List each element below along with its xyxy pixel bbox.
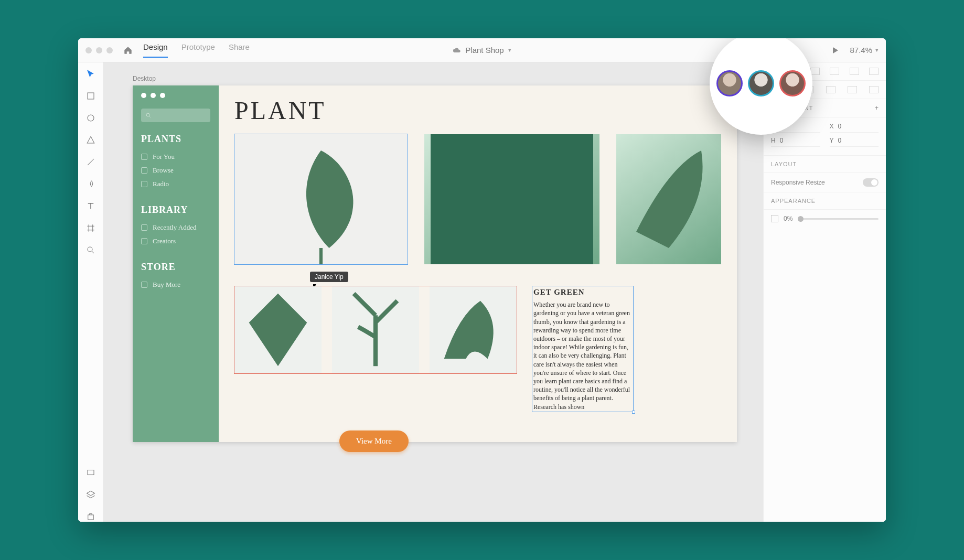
mode-tabs: Design Prototype Share bbox=[143, 42, 250, 58]
text-tool[interactable] bbox=[85, 201, 96, 211]
tab-design[interactable]: Design bbox=[143, 42, 168, 58]
artboard-label[interactable]: Desktop bbox=[133, 75, 763, 82]
artboard-desktop[interactable]: PLANTS For You Browse Radio LIBRARY Rece… bbox=[133, 85, 737, 442]
opacity-checkbox[interactable] bbox=[771, 215, 778, 222]
opacity-slider[interactable] bbox=[798, 218, 879, 220]
chevron-down-icon: ▾ bbox=[508, 47, 511, 53]
view-more-button[interactable]: View More bbox=[339, 430, 409, 452]
svg-rect-4 bbox=[88, 515, 93, 520]
svg-rect-6 bbox=[431, 134, 593, 264]
design-sidebar: PLANTS For You Browse Radio LIBRARY Rece… bbox=[133, 85, 219, 442]
plugins-panel-icon[interactable] bbox=[85, 511, 96, 522]
collaborator-avatar-2[interactable] bbox=[748, 70, 774, 96]
opacity-row[interactable]: 0% bbox=[764, 210, 886, 228]
svg-point-5 bbox=[146, 113, 149, 116]
text-block-heading: GET GREEN bbox=[533, 287, 632, 297]
svg-point-2 bbox=[88, 247, 92, 252]
boolean-subtract-icon[interactable] bbox=[826, 86, 836, 93]
rectangle-tool[interactable] bbox=[85, 91, 96, 101]
search-icon bbox=[145, 112, 152, 119]
sidebar-item: Browse bbox=[141, 164, 210, 177]
appearance-heading: APPEARANCE bbox=[771, 198, 816, 204]
layout-heading: LAYOUT bbox=[771, 161, 797, 167]
document-title-text: Plant Shop bbox=[465, 46, 504, 55]
svg-point-1 bbox=[88, 115, 94, 121]
svg-rect-3 bbox=[88, 470, 94, 475]
opacity-value: 0% bbox=[784, 215, 792, 222]
responsive-resize-toggle[interactable] bbox=[863, 178, 879, 187]
zoom-control[interactable]: 87.4% ▾ bbox=[850, 46, 879, 55]
polygon-tool[interactable] bbox=[85, 135, 96, 145]
ellipse-tool[interactable] bbox=[85, 113, 96, 123]
collaborator-avatar-3[interactable] bbox=[779, 70, 806, 96]
responsive-resize-row[interactable]: Responsive Resize bbox=[764, 173, 886, 192]
cloud-icon bbox=[453, 47, 461, 53]
thumb-image-2[interactable] bbox=[332, 286, 419, 373]
align-middle-icon[interactable] bbox=[850, 68, 859, 75]
design-search-field bbox=[141, 109, 210, 122]
line-tool[interactable] bbox=[85, 157, 96, 167]
thumbnail-group-selected[interactable]: Janice Yip bbox=[234, 286, 517, 373]
svg-rect-0 bbox=[88, 93, 94, 99]
layout-section-header: LAYOUT bbox=[764, 156, 886, 173]
text-block-selected[interactable]: GET GREEN Whether you are brand new to g… bbox=[532, 286, 633, 412]
design-main: PLANT bbox=[219, 85, 737, 442]
hero-image-3[interactable] bbox=[616, 134, 721, 264]
hero-image-2[interactable] bbox=[424, 134, 599, 264]
sidebar-heading-store: STORE bbox=[141, 262, 210, 273]
y-field[interactable]: Y0 bbox=[830, 137, 879, 147]
align-top-icon[interactable] bbox=[830, 68, 839, 75]
responsive-resize-label: Responsive Resize bbox=[771, 179, 825, 186]
artboard-tool[interactable] bbox=[85, 223, 96, 233]
zoom-value: 87.4% bbox=[850, 46, 872, 55]
pen-tool[interactable] bbox=[85, 179, 96, 189]
x-field[interactable]: X0 bbox=[830, 123, 879, 133]
inspector-panel: COMPONENT + W0 X0 H0 Y0 LAYOUT Responsiv… bbox=[763, 62, 886, 522]
sidebar-item: For You bbox=[141, 150, 210, 164]
height-field[interactable]: H0 bbox=[771, 137, 820, 147]
window-controls[interactable] bbox=[85, 47, 113, 53]
boolean-intersect-icon[interactable] bbox=[848, 86, 857, 93]
add-component-icon[interactable]: + bbox=[875, 104, 879, 112]
preview-button[interactable] bbox=[833, 47, 838, 53]
sidebar-item: Recently Added bbox=[141, 221, 210, 234]
app-window: Design Prototype Share Plant Shop ▾ 87.4… bbox=[78, 38, 886, 522]
align-bottom-icon[interactable] bbox=[869, 68, 879, 75]
home-icon[interactable] bbox=[123, 46, 133, 55]
zoom-tool[interactable] bbox=[85, 245, 96, 255]
canvas[interactable]: Desktop PLANTS For You Browse Radio LIBR… bbox=[103, 62, 763, 522]
tool-strip bbox=[78, 62, 103, 522]
sidebar-heading-plants: PLANTS bbox=[141, 134, 210, 145]
hero-image-1[interactable] bbox=[234, 134, 408, 264]
collaborator-cursor-label: Janice Yip bbox=[310, 272, 348, 282]
thumb-image-1[interactable] bbox=[234, 286, 322, 373]
design-title: PLANT bbox=[234, 96, 721, 125]
text-block-body: Whether you are brand new to gardening o… bbox=[533, 300, 632, 411]
sidebar-item: Creators bbox=[141, 234, 210, 248]
sidebar-item: Buy More bbox=[141, 278, 210, 292]
select-tool[interactable] bbox=[85, 69, 96, 79]
layers-panel-icon[interactable] bbox=[85, 489, 96, 500]
sidebar-item: Radio bbox=[141, 177, 210, 191]
sidebar-heading-library: LIBRARY bbox=[141, 204, 210, 216]
tab-share[interactable]: Share bbox=[229, 42, 250, 58]
resize-handle[interactable] bbox=[632, 411, 635, 414]
appearance-section-header: APPEARANCE bbox=[764, 192, 886, 210]
tab-prototype[interactable]: Prototype bbox=[181, 42, 215, 58]
collaborator-avatar-1[interactable] bbox=[716, 70, 743, 96]
boolean-exclude-icon[interactable] bbox=[869, 86, 879, 93]
document-title[interactable]: Plant Shop ▾ bbox=[453, 46, 511, 55]
chevron-down-icon: ▾ bbox=[875, 47, 879, 53]
window-dots-graphic bbox=[141, 93, 210, 98]
assets-panel-icon[interactable] bbox=[85, 467, 96, 478]
thumb-image-3[interactable] bbox=[430, 286, 517, 373]
